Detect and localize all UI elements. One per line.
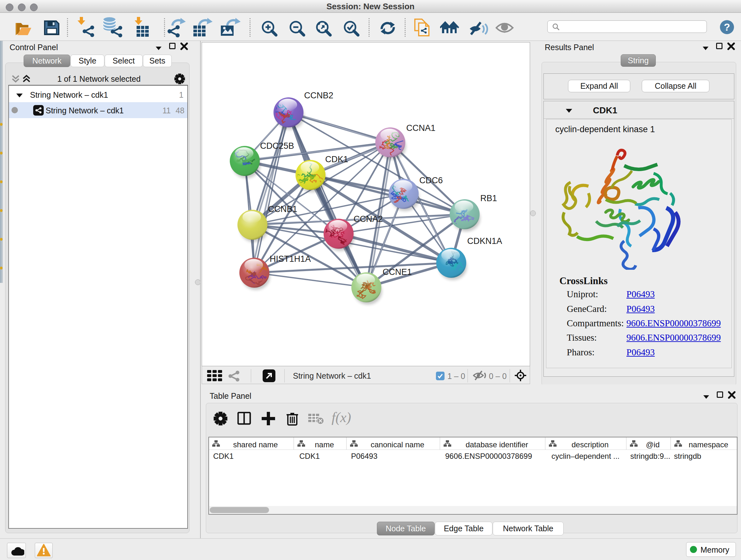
svg-text:RB1: RB1 [480, 193, 497, 203]
svg-text:CCNA2: CCNA2 [354, 214, 383, 224]
svg-text:CDKN1A: CDKN1A [467, 236, 502, 246]
svg-text:CDC6: CDC6 [419, 176, 443, 185]
svg-text:CDC25B: CDC25B [260, 141, 294, 151]
svg-text:CCNB2: CCNB2 [304, 91, 333, 100]
svg-text:HIST1H1A: HIST1H1A [270, 254, 311, 264]
svg-text:CCNE1: CCNE1 [383, 267, 412, 277]
svg-text:CDK1: CDK1 [325, 154, 348, 164]
svg-text:CCNB1: CCNB1 [268, 204, 297, 214]
svg-text:CCNA1: CCNA1 [406, 123, 435, 133]
